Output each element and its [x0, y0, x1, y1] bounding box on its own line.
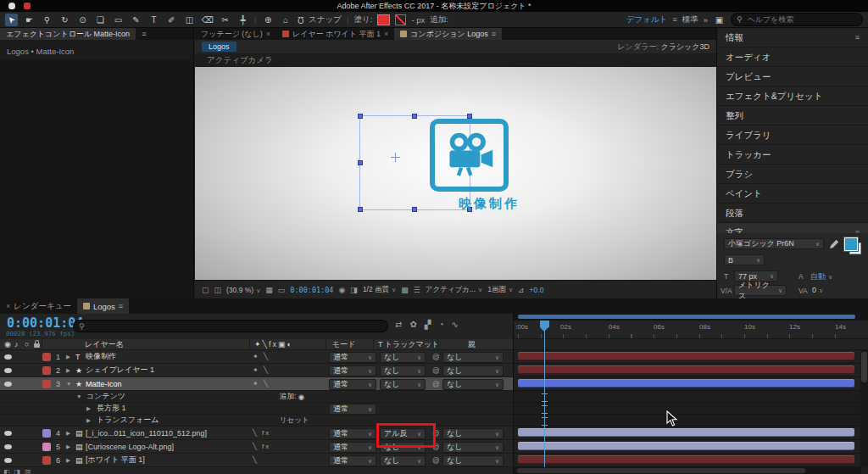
twirl-icon[interactable]: ▶	[66, 364, 70, 376]
timeline-navigator[interactable]	[514, 314, 868, 321]
trackmatte-select[interactable]: なし∨	[380, 379, 426, 390]
layer-visibility-toggle[interactable]	[4, 354, 12, 360]
panel-header-align[interactable]: 整列	[717, 106, 868, 125]
mode-select[interactable]: 通常∨	[329, 455, 376, 466]
layer-visibility-toggle[interactable]	[4, 431, 12, 436]
panel-header-info[interactable]: 情報≡	[717, 28, 868, 47]
exposure-value[interactable]: +0.0	[530, 286, 544, 294]
layer-name[interactable]: [Curioscene Logo-Alt.png]	[86, 440, 174, 453]
parent-pickwhip-icon[interactable]: @	[432, 377, 440, 390]
layer-duration-bar[interactable]	[518, 352, 854, 360]
twirl-icon[interactable]: ▼	[66, 377, 71, 390]
layer-label-color[interactable]	[42, 443, 51, 451]
property-group-row[interactable]: ▼ コンテンツ 追加: ◉	[0, 391, 513, 403]
pan-behind-tool-icon[interactable]: ❏	[94, 14, 107, 26]
panel-header-tracker[interactable]: トラッカー	[717, 145, 868, 165]
parent-select[interactable]: なし∨	[442, 442, 504, 453]
mode-select[interactable]: 通常∨	[329, 365, 376, 376]
property-group-name[interactable]: コンテンツ	[86, 391, 125, 402]
layer-name-header[interactable]: レイヤー名	[85, 339, 124, 349]
workspace-panel-icon[interactable]: ▣	[713, 14, 726, 26]
track-row[interactable]	[514, 454, 861, 467]
snapshot-icon[interactable]: ◉	[339, 286, 346, 294]
layer-name[interactable]: [_i_ico...011_icon_110110_512.png]	[86, 427, 207, 439]
view-layout-select[interactable]: 1画面∨	[487, 285, 513, 295]
layer-label-color[interactable]	[42, 353, 51, 361]
layer-visibility-toggle[interactable]	[4, 382, 12, 387]
mode-select[interactable]: 通常∨	[329, 379, 376, 390]
add-contents-button[interactable]: 追加: ◉	[280, 391, 304, 402]
help-search-box[interactable]: ⚲	[731, 13, 863, 26]
panel-menu-icon[interactable]: ≡	[119, 302, 123, 310]
track-row[interactable]	[514, 350, 861, 364]
tab-composition[interactable]: コンポジション Logos ≡	[394, 28, 502, 40]
snap-magnet-icon[interactable]: Ω	[298, 15, 303, 25]
panel-menu-icon[interactable]: ≡	[136, 28, 152, 40]
axis-mode-local-icon[interactable]: ⊕	[262, 14, 275, 26]
layer-duration-bar[interactable]	[518, 379, 854, 388]
mode-select[interactable]: 通常∨	[329, 428, 376, 439]
workspace-more-chevrons[interactable]: »	[704, 15, 708, 25]
parent-pickwhip-icon[interactable]: @	[432, 350, 440, 363]
layer-row[interactable]: 1 ▶ T 映像制作 ✦ ╲ 通常∨ なし∨ @ なし∨	[0, 350, 513, 364]
camera-tool-icon[interactable]: ⊙	[76, 14, 89, 26]
rotate-tool-icon[interactable]: ↻	[58, 14, 71, 26]
expand-in-out-icon[interactable]: ▥	[25, 468, 31, 474]
tab-effect-controls[interactable]: エフェクトコントロール Matte-Icon	[0, 28, 136, 40]
track-row[interactable]	[514, 403, 861, 415]
frame-blend-icon[interactable]: ▞	[425, 320, 431, 329]
axis-mode-world-icon[interactable]: ⌂	[280, 14, 292, 26]
playhead-handle[interactable]	[540, 321, 549, 327]
stroke-color-swatch[interactable]	[395, 14, 406, 25]
layer-row[interactable]: 4 ▶ ▤ [_i_ico...011_icon_110110_512.png]…	[0, 427, 513, 440]
camera-select[interactable]: アクティブカ...∨	[426, 285, 482, 295]
time-ruler[interactable]: :00s 02s 04s 06s 08s 10s 12s 14s	[514, 321, 868, 339]
kerning-select[interactable]: メトリクス∨	[734, 285, 787, 296]
blend-mode-select[interactable]: 通常∨	[329, 404, 376, 415]
tab-render-queue[interactable]: × レンダーキュー	[0, 298, 77, 314]
track-row[interactable]	[514, 364, 861, 377]
eyedropper-icon[interactable]	[829, 239, 839, 249]
parent-select[interactable]: なし∨	[442, 428, 504, 439]
panel-menu-icon[interactable]: ≡	[855, 28, 860, 47]
layer-row[interactable]: 6 ▶ ▤ [ホワイト 平面 1] ╲ 通常∨ なし∨ @ なし∨	[0, 454, 513, 467]
track-row[interactable]	[514, 440, 861, 454]
layer-name[interactable]: 映像制作	[86, 350, 116, 363]
layer-label-color[interactable]	[42, 429, 51, 438]
close-icon[interactable]: ×	[6, 302, 10, 310]
track-row[interactable]	[514, 427, 861, 440]
mode-select[interactable]: 通常∨	[329, 442, 376, 453]
layer-switches[interactable]: ╲ fx	[253, 427, 270, 439]
parent-select[interactable]: なし∨	[442, 379, 504, 390]
selection-tool-icon[interactable]: ➤	[5, 14, 18, 26]
panel-header-libraries[interactable]: ライブラリ	[717, 125, 868, 145]
grid-guides-icon[interactable]: ▦	[265, 286, 273, 294]
twirl-icon[interactable]: ▶	[66, 427, 70, 439]
text-fill-color-swatch[interactable]	[844, 237, 858, 251]
current-timecode[interactable]: 0:00:01:04	[7, 315, 83, 331]
zoom-select[interactable]: (30.9 %)∨	[226, 286, 260, 294]
brush-tool-icon[interactable]: ✐	[165, 14, 178, 26]
parent-select[interactable]: なし∨	[442, 455, 504, 466]
layer-name[interactable]: [ホワイト 平面 1]	[86, 454, 145, 466]
clone-stamp-tool-icon[interactable]: ◫	[183, 14, 196, 26]
renderer-info[interactable]: レンダラー: クラシック3D	[618, 42, 709, 53]
workspace-default-button[interactable]: デフォルト	[626, 14, 668, 25]
fill-color-swatch[interactable]	[377, 14, 390, 25]
roto-brush-tool-icon[interactable]: ✂	[219, 14, 231, 26]
show-channel-icon[interactable]: ◨	[350, 286, 358, 294]
comp-nav-chip[interactable]: Logos	[202, 42, 236, 52]
puppet-pin-tool-icon[interactable]: ╇	[236, 14, 249, 26]
layer-label-color[interactable]	[42, 380, 51, 388]
video-column-icon[interactable]: ◉	[4, 339, 11, 349]
timeline-search-box[interactable]: ⚲	[73, 320, 388, 332]
lock-column-icon[interactable]	[34, 339, 40, 349]
panel-header-paint[interactable]: ペイント	[717, 184, 868, 204]
composition-viewport[interactable]: 映像制作	[195, 67, 716, 280]
help-search-input[interactable]	[746, 14, 843, 25]
scrollbar-thumb[interactable]	[517, 468, 805, 473]
horizontal-scrollbar[interactable]	[514, 467, 861, 474]
twirl-icon[interactable]: ▶	[66, 350, 70, 363]
close-icon[interactable]: ×	[384, 30, 388, 38]
expand-layer-switches-icon[interactable]: ◧	[3, 468, 10, 474]
